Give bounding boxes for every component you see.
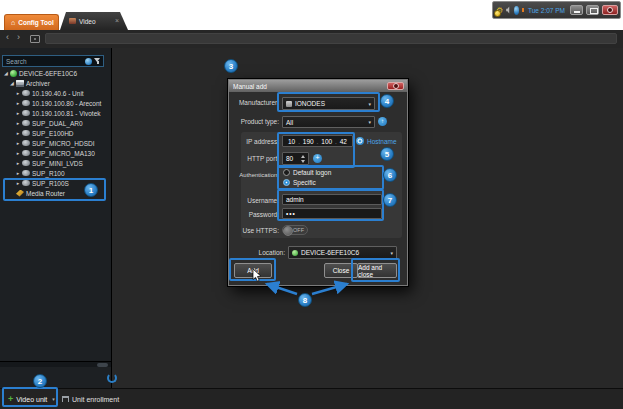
entity-view-icon[interactable] — [30, 35, 40, 43]
archiver-icon — [16, 80, 24, 87]
app-window: ⚙ Tue 2:07 PM ⌂ Config Tool Video × ‹ › … — [0, 0, 623, 409]
import-product-icon[interactable]: ↑ — [378, 117, 387, 126]
horizontal-scrollbar[interactable] — [0, 361, 111, 367]
product-type-dropdown[interactable]: All ▾ — [282, 116, 375, 128]
scrollbar-thumb[interactable] — [97, 363, 108, 367]
tree-item-archiver[interactable]: ◢ Archiver — [0, 78, 111, 88]
maximize-button[interactable] — [586, 5, 599, 15]
http-port-label: HTTP port: — [231, 155, 279, 162]
callout-badge-1: 1 — [84, 183, 98, 197]
tab-video-label: Video — [79, 18, 96, 25]
chevron-down-icon: ▾ — [390, 250, 393, 256]
tab-config-tool[interactable]: ⌂ Config Tool — [4, 14, 59, 30]
tree-expander-icon[interactable]: ◢ — [9, 78, 15, 88]
camera-unit-icon — [22, 140, 30, 146]
https-toggle[interactable]: OFF — [282, 225, 308, 235]
tree-expander-icon[interactable]: ◢ — [3, 68, 9, 78]
tree-expander-icon[interactable]: ▸ — [15, 88, 21, 98]
unit-enrollment-tab[interactable]: Unit enrollment — [59, 391, 122, 407]
background-tasks-icon[interactable]: ⚙ — [496, 6, 503, 15]
minimize-button[interactable] — [570, 5, 583, 15]
tree-expander-icon[interactable]: ▸ — [15, 98, 21, 108]
tree-item-sup-micro-ma130[interactable]: ▸ SUP_MICRO_MA130 — [0, 148, 111, 158]
camera-unit-icon — [22, 150, 30, 156]
callout-box-6 — [277, 165, 384, 190]
task-bottom-bar: + Video unit ▾ Unit enrollment — [0, 388, 623, 409]
tree-item-sup-mini-lvds[interactable]: ▸ SUP_MINI_LVDS — [0, 158, 111, 168]
ip-address-label: IP address: — [231, 138, 279, 145]
close-window-button[interactable] — [602, 5, 618, 15]
tree-item-sup-micro-hdsdi[interactable]: ▸ SUP_MICRO_HDSDI — [0, 138, 111, 148]
search-input[interactable]: Search — [2, 55, 104, 67]
tree-expander-icon[interactable]: ▸ — [15, 128, 21, 138]
location-label: Location: — [239, 249, 285, 256]
product-type-label: Product type: — [231, 118, 279, 125]
callout-box-4 — [277, 92, 380, 112]
video-task-icon — [69, 18, 76, 24]
username-label: Username: — [231, 197, 279, 204]
tree-expander-icon[interactable]: ▸ — [15, 168, 21, 178]
tree-expander-icon[interactable]: ▸ — [15, 118, 21, 128]
filter-icon[interactable] — [94, 57, 101, 65]
callout-badge-3: 3 — [224, 59, 238, 73]
network-globe-icon[interactable] — [514, 6, 519, 15]
authentication-label: Authentication: — [231, 172, 279, 178]
location-entity-icon — [292, 250, 298, 256]
callout-box-8-add-and-close — [351, 258, 400, 282]
address-settings-icon[interactable] — [356, 137, 364, 145]
tree-item-vivotek[interactable]: ▸ 10.190.100.81 - Vivotek — [0, 108, 111, 118]
search-scope-icon[interactable] — [85, 58, 92, 65]
tab-video[interactable]: Video × — [60, 12, 128, 30]
camera-unit-icon — [22, 110, 30, 116]
camera-unit-icon — [22, 90, 30, 96]
system-tray: ⚙ Tue 2:07 PM — [492, 1, 621, 19]
clock: Tue 2:07 PM — [528, 7, 565, 14]
tree-expander-icon[interactable]: ▸ — [15, 148, 21, 158]
callout-box-2 — [2, 387, 58, 407]
camera-unit-icon — [22, 160, 30, 166]
tree-expander-icon[interactable]: ▸ — [15, 108, 21, 118]
tree-item-sup-e100hd[interactable]: ▸ SUP_E100HD — [0, 128, 111, 138]
callout-badge-4: 4 — [380, 94, 394, 108]
breadcrumb-bar[interactable] — [45, 33, 617, 44]
dialog-titlebar[interactable]: Manual add — [229, 80, 407, 92]
tree-expander-icon[interactable]: ▸ — [15, 158, 21, 168]
use-https-label: Use HTTPS: — [231, 227, 279, 234]
tab-config-tool-label: Config Tool — [18, 19, 54, 26]
hostname-link[interactable]: Hostname — [367, 138, 397, 145]
tree-item-device[interactable]: ◢ DEVICE-6EFE10C6 — [0, 68, 111, 78]
volume-icon[interactable] — [506, 6, 511, 14]
navigation-bar: ‹ › — [0, 30, 623, 48]
callout-box-5 — [277, 132, 355, 168]
tree-item-unit[interactable]: ▸ 10.190.40.6 - Unit — [0, 88, 111, 98]
chevron-down-icon: ▾ — [368, 119, 371, 125]
callout-box-8-add — [229, 258, 276, 281]
close-tab-icon[interactable]: × — [115, 18, 128, 24]
tree-item-arecont[interactable]: ▸ 10.190.100.80 - Arecont — [0, 98, 111, 108]
callout-badge-7: 7 — [383, 193, 397, 207]
entity-sidebar: Search ◢ DEVICE-6EFE10C6 ◢ Archiver ▸ 10… — [0, 48, 112, 388]
dialog-close-button[interactable] — [387, 82, 404, 90]
camera-unit-icon — [22, 120, 30, 126]
refresh-icon[interactable] — [107, 373, 117, 383]
manufacturer-label: Manufacturer: — [231, 99, 279, 106]
password-label: Password: — [231, 211, 279, 218]
back-icon[interactable]: ‹ — [6, 32, 9, 42]
camera-unit-icon — [22, 100, 30, 106]
tree-expander-icon[interactable]: ▸ — [15, 138, 21, 148]
callout-badge-8: 8 — [298, 293, 312, 307]
unit-enrollment-icon — [62, 396, 69, 402]
forward-icon[interactable]: › — [17, 32, 20, 42]
home-icon: ⌂ — [11, 19, 15, 26]
callout-badge-5: 5 — [380, 147, 394, 161]
callout-badge-6: 6 — [383, 168, 397, 182]
callout-badge-2: 2 — [33, 374, 47, 388]
dialog-title: Manual add — [229, 83, 267, 90]
tree-item-sup-r100[interactable]: ▸ SUP_R100 — [0, 168, 111, 178]
tree-item-sup-dual-ar0[interactable]: ▸ SUP_DUAL_AR0 — [0, 118, 111, 128]
camera-unit-icon — [22, 170, 30, 176]
notification-dot-icon — [522, 8, 524, 12]
search-placeholder: Search — [6, 58, 83, 65]
callout-box-7 — [277, 189, 384, 221]
server-icon — [10, 70, 17, 77]
